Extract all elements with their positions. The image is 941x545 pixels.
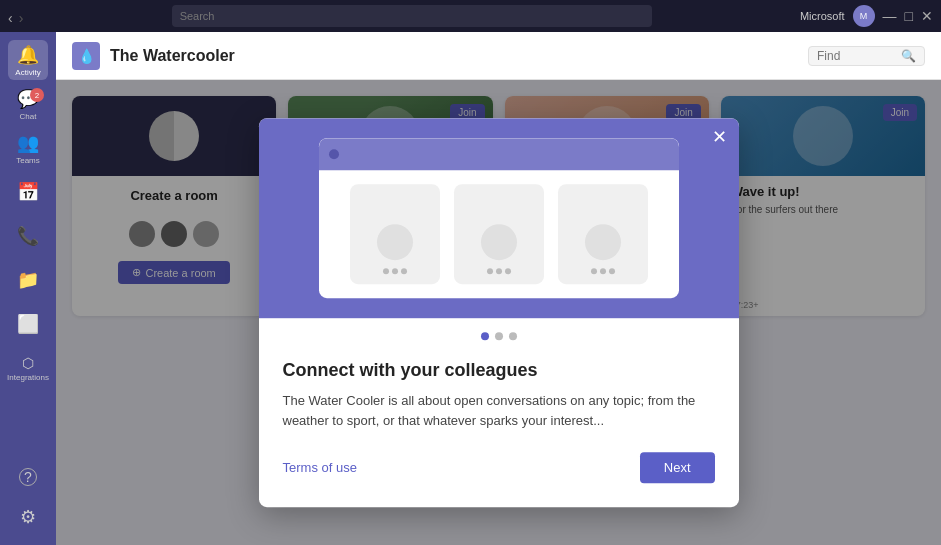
activity-label: Activity (15, 68, 40, 77)
search-bar[interactable] (172, 5, 652, 27)
mini-card-dots-1 (383, 268, 407, 274)
sidebar-item-calls[interactable]: 📞 (8, 216, 48, 256)
terms-of-use-link[interactable]: Terms of use (283, 460, 357, 475)
minimize-button[interactable]: — (883, 8, 897, 24)
apps-icon: ⬜ (17, 313, 39, 335)
mini-card-circle-3 (585, 224, 621, 260)
sidebar-item-chat[interactable]: 💬 2 Chat (8, 84, 48, 124)
channel-title: The Watercooler (110, 47, 235, 65)
sidebar-item-help[interactable]: ? (8, 457, 48, 497)
mini-card-dots-3 (591, 268, 615, 274)
forward-button[interactable]: › (19, 10, 24, 22)
user-name: Microsoft (800, 10, 845, 22)
calendar-icon: 📅 (17, 181, 39, 203)
sidebar-bottom: ? ⚙ (8, 457, 48, 537)
modal-body: Connect with your colleagues The Water C… (259, 350, 739, 508)
find-bar[interactable]: 🔍 (808, 46, 925, 66)
back-button[interactable]: ‹ (8, 10, 13, 22)
app-container: 🔔 Activity 💬 2 Chat 👥 Teams 📅 📞 📁 ⬜ ⬡ In… (0, 32, 941, 545)
modal-close-button[interactable]: ✕ (712, 126, 727, 148)
sidebar-item-integrations[interactable]: ⬡ Integrations (8, 348, 48, 388)
integrations-icon: ⬡ (22, 355, 34, 371)
settings-icon: ⚙ (20, 506, 36, 528)
sidebar-item-teams[interactable]: 👥 Teams (8, 128, 48, 168)
sidebar-item-calendar[interactable]: 📅 (8, 172, 48, 212)
modal-illustration: ✕ (259, 118, 739, 318)
modal-mini-card-3 (558, 184, 648, 284)
activity-icon: 🔔 (17, 44, 39, 66)
modal-mini-card-2 (454, 184, 544, 284)
pagination-dot-3 (509, 332, 517, 340)
sidebar-item-apps[interactable]: ⬜ (8, 304, 48, 344)
search-icon: 🔍 (901, 49, 916, 63)
maximize-button[interactable]: □ (905, 8, 913, 24)
calls-icon: 📞 (17, 225, 39, 247)
channel-icon: 💧 (72, 42, 100, 70)
user-avatar: M (853, 5, 875, 27)
teams-icon: 👥 (17, 132, 39, 154)
title-bar: ‹ › Microsoft M — □ ✕ (0, 0, 941, 32)
help-icon: ? (19, 468, 37, 486)
main-content: 💧 The Watercooler 🔍 Create a room (56, 32, 941, 545)
channel-header: 💧 The Watercooler 🔍 (56, 32, 941, 80)
teams-label: Teams (16, 156, 40, 165)
window-dot (329, 149, 339, 159)
cards-area: Create a room ⊕ Create a room (56, 80, 941, 545)
mini-card-dots-2 (487, 268, 511, 274)
close-button[interactable]: ✕ (921, 8, 933, 24)
mini-card-circle-1 (377, 224, 413, 260)
sidebar-item-files[interactable]: 📁 (8, 260, 48, 300)
modal-mini-card-1 (350, 184, 440, 284)
find-input[interactable] (817, 49, 897, 63)
modal-dialog: ✕ (259, 118, 739, 508)
pagination-dot-2 (495, 332, 503, 340)
sidebar-item-settings[interactable]: ⚙ (8, 497, 48, 537)
modal-title: Connect with your colleagues (283, 360, 715, 381)
next-button[interactable]: Next (640, 452, 715, 483)
pagination-dot-1 (481, 332, 489, 340)
channel-header-right: 🔍 (808, 46, 925, 66)
files-icon: 📁 (17, 269, 39, 291)
sidebar: 🔔 Activity 💬 2 Chat 👥 Teams 📅 📞 📁 ⬜ ⬡ In… (0, 32, 56, 545)
title-bar-left: ‹ › (8, 10, 23, 22)
modal-footer: Terms of use Next (283, 452, 715, 483)
pagination-dots (259, 318, 739, 350)
chat-badge: 2 (30, 88, 44, 102)
window-controls: ‹ › (8, 10, 23, 22)
sidebar-item-activity[interactable]: 🔔 Activity (8, 40, 48, 80)
mini-card-circle-2 (481, 224, 517, 260)
title-bar-right: Microsoft M — □ ✕ (800, 5, 933, 27)
search-input[interactable] (172, 5, 652, 27)
modal-description: The Water Cooler is all about open conve… (283, 391, 715, 433)
chat-label: Chat (20, 112, 37, 121)
integrations-label: Integrations (7, 373, 49, 382)
